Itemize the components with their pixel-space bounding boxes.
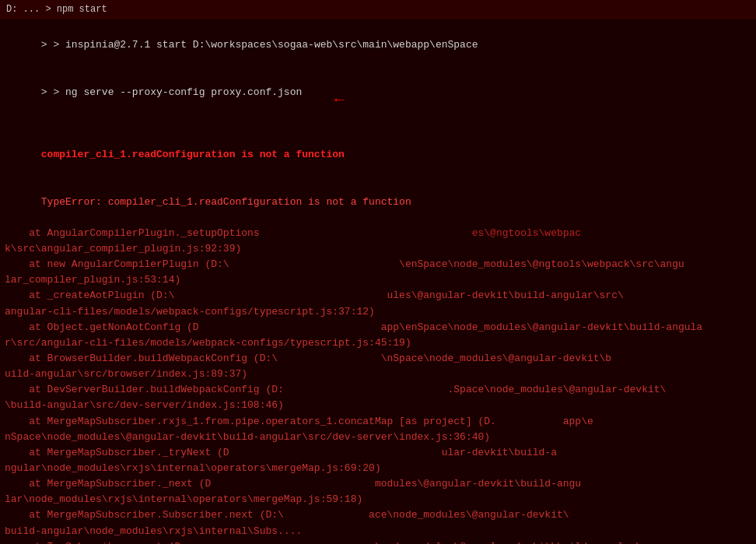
prompt-symbol-1: > [41,39,54,51]
title-bar: D: ... > npm start [0,0,756,19]
line-stack-7: at Object.getNonAotConfig (D app\enSpace… [5,320,751,335]
line-stack-17: at MergeMapSubscriber._next (D modules\@… [5,476,751,492]
line-stack-21: at TapSubscriber._next (D: ce\node_modul… [5,539,751,544]
line-stack-14: nSpace\node_modules\@angular-devkit\buil… [5,430,751,445]
line-typeerror: TypeError: compiler_cli_1.readConfigurat… [5,178,751,225]
line-stack-11: at DevServerBuilder.buildWebpackConfig (… [5,382,751,398]
line-stack-15: at MergeMapSubscriber._tryNext (D ular-d… [5,445,751,461]
arrow-annotation: ← [334,88,344,112]
line-stack-18: lar\node_modules\rxjs\internal\operators… [5,492,751,507]
line-blank [5,116,751,132]
line-stack-4: lar_compiler_plugin.js:53:14) [5,272,751,288]
line-stack-2: k\src\angular_compiler_plugin.js:92:39) [5,241,751,257]
line-stack-9: at BrowserBuilder.buildWebpackConfig (D:… [5,351,751,367]
terminal-window: D: ... > npm start ← > > inspinia@2.7.1 … [0,0,756,544]
line-1: > > inspinia@2.7.1 start D:\workspaces\s… [5,22,751,68]
line-error-highlight: compiler_cli_1.readConfiguration is not … [5,132,751,178]
line-stack-10: uild-angular\src/browser/index.js:89:37) [5,367,751,382]
line-stack-13: at MergeMapSubscriber.rxjs_1.from.pipe.o… [5,414,751,430]
title-text: D: ... > npm start [6,4,107,15]
line-stack-16: ngular\node_modules\rxjs\internal\operat… [5,461,751,476]
line-2: > > ng serve --proxy-config proxy.conf.j… [5,68,751,115]
line-stack-3: at new AngularCompilerPlugin (D:\ \enSpa… [5,257,751,272]
line-stack-8: r\src/angular-cli-files/models/webpack-c… [5,335,751,351]
line-stack-12: \build-angular\src/dev-server/index.js:1… [5,398,751,413]
line-stack-20: build-angular\node_modules\rxjs\internal… [5,524,751,539]
line-stack-19: at MergeMapSubscriber.Subscriber.next (D… [5,507,751,523]
line-stack-1: at AngularCompilerPlugin._setupOptions e… [5,226,751,241]
line-stack-5: at _createAotPlugin (D:\ ules\@angular-d… [5,288,751,304]
terminal-content: ← > > inspinia@2.7.1 start D:\workspaces… [0,19,756,544]
prompt-symbol-2: > [41,86,54,98]
line-stack-6: angular-cli-files/models/webpack-configs… [5,304,751,320]
